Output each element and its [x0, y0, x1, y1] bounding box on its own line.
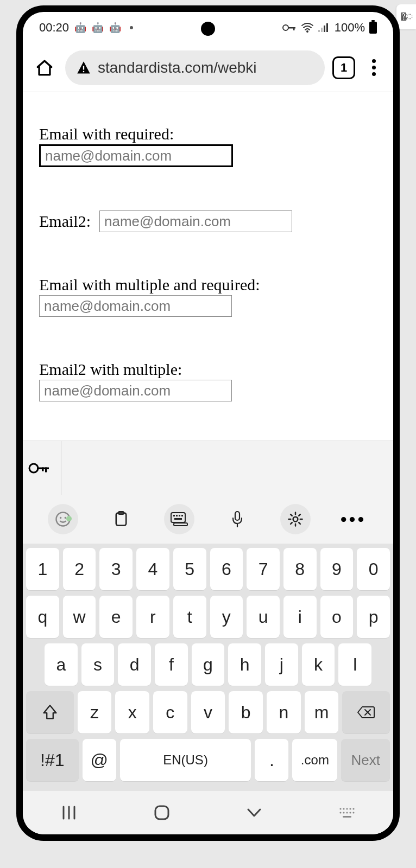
- form-field-email-required: Email with required:: [39, 125, 377, 167]
- svg-rect-7: [326, 23, 328, 32]
- key-v[interactable]: v: [191, 691, 225, 733]
- notification-icon: 🤖: [74, 22, 86, 34]
- keyboard-row-bottom: !#1 @ EN(US) . .com Next: [26, 739, 390, 781]
- key-x[interactable]: x: [115, 691, 149, 733]
- dotcom-key[interactable]: .com: [292, 739, 337, 781]
- key-y[interactable]: y: [210, 596, 243, 638]
- phone-frame: 00:20 🤖 🤖 🤖 100%: [16, 5, 400, 841]
- key-k[interactable]: k: [302, 643, 335, 686]
- svg-point-37: [339, 812, 341, 813]
- svg-rect-6: [324, 25, 325, 32]
- svg-rect-5: [321, 28, 323, 32]
- password-key-icon[interactable]: [28, 461, 50, 475]
- at-key[interactable]: @: [83, 739, 116, 781]
- key-d[interactable]: d: [118, 643, 151, 686]
- url-bar[interactable]: standardista.com/webki: [65, 50, 325, 85]
- svg-point-0: [283, 25, 288, 30]
- key-q[interactable]: q: [26, 596, 59, 638]
- keyboard-switch-button[interactable]: [333, 807, 361, 819]
- insecure-site-icon: [76, 60, 91, 75]
- svg-point-15: [59, 517, 61, 519]
- space-key[interactable]: EN(US): [120, 739, 251, 781]
- key-f[interactable]: f: [155, 643, 188, 686]
- key-n[interactable]: n: [267, 691, 301, 733]
- svg-rect-9: [83, 71, 84, 72]
- webpage-content[interactable]: Email with required: Email2: Email with …: [23, 92, 393, 418]
- svg-rect-42: [343, 816, 351, 818]
- backspace-key[interactable]: [342, 691, 390, 733]
- key-c[interactable]: c: [153, 691, 187, 733]
- svg-point-32: [339, 808, 341, 809]
- key-1[interactable]: 1: [26, 548, 59, 590]
- emoji-button[interactable]: [48, 504, 78, 534]
- home-nav-button[interactable]: [148, 805, 175, 821]
- recents-button[interactable]: [55, 806, 83, 820]
- key-g[interactable]: g: [192, 643, 225, 686]
- key-4[interactable]: 4: [136, 548, 169, 590]
- key-r[interactable]: r: [136, 596, 169, 638]
- email-multiple-required-input[interactable]: [39, 295, 232, 317]
- key-7[interactable]: 7: [247, 548, 280, 590]
- key-o[interactable]: o: [320, 596, 354, 638]
- shift-key[interactable]: [26, 691, 74, 733]
- back-nav-button[interactable]: [241, 807, 268, 818]
- svg-point-3: [306, 30, 308, 33]
- svg-rect-25: [174, 523, 187, 526]
- ime-action-key[interactable]: Next: [341, 739, 390, 781]
- key-m[interactable]: m: [305, 691, 339, 733]
- soft-keyboard: 1234567890 qwertyuiop asdfghjkl zxcvbnm …: [23, 544, 393, 791]
- field-label: Email with multiple and required:: [39, 276, 260, 293]
- email-required-input[interactable]: [39, 144, 233, 167]
- key-0[interactable]: 0: [357, 548, 390, 590]
- key-j[interactable]: j: [265, 643, 298, 686]
- voice-input-button[interactable]: [222, 504, 253, 534]
- browser-toolbar: standardista.com/webki 1: [23, 43, 393, 92]
- clipboard-button[interactable]: [106, 504, 136, 534]
- settings-button[interactable]: [280, 504, 311, 534]
- tabs-button[interactable]: 1: [332, 56, 355, 79]
- svg-rect-19: [171, 513, 185, 522]
- overflow-menu-button[interactable]: [363, 59, 385, 76]
- key-s[interactable]: s: [81, 643, 115, 686]
- key-a[interactable]: a: [45, 643, 78, 686]
- svg-rect-8: [83, 66, 84, 69]
- notification-icon: 🤖: [92, 22, 104, 34]
- keyboard-row-numbers: 1234567890: [26, 548, 390, 590]
- notification-icon: 🤖: [109, 22, 121, 34]
- key-i[interactable]: i: [283, 596, 317, 638]
- key-t[interactable]: t: [173, 596, 206, 638]
- form-field-email2-multiple: Email2 with multiple:: [39, 360, 377, 401]
- key-h[interactable]: h: [228, 643, 261, 686]
- battery-percent: 100%: [335, 21, 365, 35]
- period-key[interactable]: .: [255, 739, 288, 781]
- email2-multiple-input[interactable]: [39, 380, 232, 401]
- field-label: Email2 with multiple:: [39, 360, 182, 378]
- svg-rect-23: [181, 515, 183, 516]
- url-text: standardista.com/webki: [98, 59, 257, 76]
- battery-icon: [369, 22, 377, 34]
- key-u[interactable]: u: [247, 596, 280, 638]
- keyboard-mode-button[interactable]: [164, 504, 194, 534]
- key-b[interactable]: b: [229, 691, 263, 733]
- key-p[interactable]: p: [357, 596, 390, 638]
- more-button[interactable]: •••: [338, 504, 369, 534]
- key-3[interactable]: 3: [99, 548, 133, 590]
- key-9[interactable]: 9: [320, 548, 354, 590]
- key-2[interactable]: 2: [63, 548, 96, 590]
- svg-point-38: [343, 812, 344, 813]
- key-6[interactable]: 6: [210, 548, 243, 590]
- svg-point-41: [352, 812, 354, 813]
- svg-point-36: [352, 808, 354, 809]
- key-8[interactable]: 8: [283, 548, 317, 590]
- home-button[interactable]: [31, 55, 58, 81]
- email2-input[interactable]: [99, 210, 292, 232]
- key-w[interactable]: w: [63, 596, 96, 638]
- key-5[interactable]: 5: [173, 548, 206, 590]
- key-z[interactable]: z: [78, 691, 112, 733]
- key-l[interactable]: l: [338, 643, 371, 686]
- svg-rect-31: [155, 806, 168, 819]
- svg-point-27: [293, 517, 298, 522]
- form-field-email2: Email2:: [39, 210, 377, 232]
- key-e[interactable]: e: [99, 596, 133, 638]
- symbols-key[interactable]: !#1: [26, 739, 79, 781]
